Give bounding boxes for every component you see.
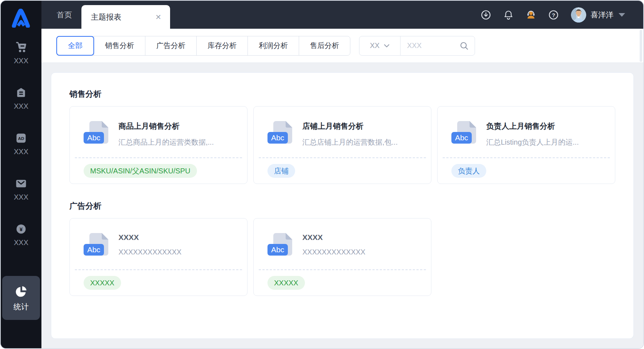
section-ad-analysis: 广告分析 Abc [69,201,615,296]
sidebar: XXX XXX AD XXX [1,1,41,348]
card-title: XXXX [302,233,365,242]
report-doc-icon: Abc [84,121,109,145]
filter-bar: 全部 销售分析 广告分析 库存分析 利润分析 售后分析 XX [41,29,643,63]
card-footer: XXXXX [259,269,426,296]
content-area: 销售分析 Abc [41,63,643,348]
download-icon[interactable] [481,10,491,20]
card-description: XXXXXXXXXXXXX [302,248,365,256]
bell-icon[interactable] [503,10,514,20]
card-description: 汇总店铺上月的运营数据,包... [302,137,398,147]
pie-icon [15,285,28,298]
card-footer: 负责人 [443,157,610,184]
svg-text:Abc: Abc [455,133,468,142]
card-title: 商品上月销售分析 [118,121,214,131]
cart-icon [15,41,28,54]
report-card-ad-placeholder-1[interactable]: Abc XXXX XXXXXXXXXXXXX XXXXX [69,218,247,296]
svg-text:¥: ¥ [20,226,23,232]
report-doc-icon: Abc [267,121,293,145]
category-tab-group: 全部 销售分析 广告分析 库存分析 利润分析 售后分析 [56,36,350,56]
reports-panel: 销售分析 Abc [51,72,634,339]
search-icon[interactable] [458,41,475,51]
help-icon[interactable]: ? [548,10,559,20]
dimension-tag: XXXXX [84,276,121,290]
svg-text:Abc: Abc [271,133,284,142]
dimension-tag: MSKU/ASIN/父ASIN/SKU/SPU [84,164,197,178]
tab-ad-analysis[interactable]: 广告分析 [145,36,196,55]
svg-text:Abc: Abc [271,245,284,254]
mail-icon [15,177,28,190]
tab-profit-analysis[interactable]: 利润分析 [247,36,299,55]
tab-label: 主题报表 [91,12,121,22]
svg-text:Abc: Abc [87,133,100,142]
card-grid: Abc 商品上月销售分析 汇总商品上月的运营类数据,... MSKU/ASIN/… [69,106,615,184]
report-card-product-monthly-sales[interactable]: Abc 商品上月销售分析 汇总商品上月的运营类数据,... MSKU/ASIN/… [69,106,247,184]
header-actions: ? [481,1,643,29]
user-name: 喜洋洋 [591,10,613,20]
section-title: 销售分析 [69,89,615,100]
app-logo-icon[interactable] [11,9,32,28]
sidebar-item-label: XXX [14,57,28,65]
search-input[interactable] [401,41,458,50]
card-description: XXXXXXXXXXXXX [118,248,181,256]
sidebar-item-label: XXX [14,102,28,111]
sidebar-item-statistics-active[interactable]: 统计 [2,276,40,320]
card-footer: XXXXX [75,269,242,296]
card-footer: MSKU/ASIN/父ASIN/SKU/SPU [75,157,242,184]
sidebar-menu: XXX XXX AD XXX [1,41,41,247]
search-control: XX [359,36,475,56]
dimension-tag: 负责人 [451,164,486,178]
tab-home[interactable]: 首页 [47,1,81,29]
chevron-down-icon [384,44,390,48]
sidebar-item-messages[interactable]: XXX [14,177,28,201]
card-description: 汇总Listing负责人上月的运... [486,137,579,147]
svg-text:AD: AD [18,136,24,141]
box-icon [15,86,28,99]
user-menu[interactable]: 喜洋洋 [571,7,625,23]
sidebar-item-label: XXX [14,148,28,156]
main-area: 首页 主题报表 ✕ [41,1,643,348]
search-type-dropdown[interactable]: XX [359,41,400,50]
sidebar-item-label: XXX [14,193,28,201]
tab-all[interactable]: 全部 [56,36,94,56]
card-title: 负责人上月销售分析 [486,121,579,131]
sidebar-item-label: XXX [14,238,28,247]
section-sales-analysis: 销售分析 Abc [69,89,615,184]
svg-text:Abc: Abc [87,245,100,254]
sidebar-item-label: 统计 [13,302,29,312]
app-window: XXX XXX AD XXX [0,0,644,349]
sidebar-item-inventory[interactable]: XXX [14,86,28,111]
card-title: 店铺上月销售分析 [302,121,398,131]
svg-text:?: ? [552,12,555,18]
ad-icon: AD [15,132,28,145]
yen-icon: ¥ [15,222,28,236]
card-grid: Abc XXXX XXXXXXXXXXXXX XXXXX [69,218,615,296]
dimension-tag: XXXXX [267,276,305,290]
tab-theme-reports[interactable]: 主题报表 ✕ [81,5,170,29]
report-doc-icon: Abc [451,121,477,145]
close-icon[interactable]: ✕ [155,13,161,21]
support-headset-icon[interactable] [526,10,536,20]
user-avatar [571,7,586,23]
card-footer: 店铺 [259,157,426,184]
top-header: 首页 主题报表 ✕ [41,1,643,29]
tab-aftersale-analysis[interactable]: 售后分析 [299,36,350,55]
report-card-store-monthly-sales[interactable]: Abc 店铺上月销售分析 汇总店铺上月的运营数据,包... 店铺 [253,106,431,184]
tab-sales-analysis[interactable]: 销售分析 [94,36,145,55]
tab-inventory-analysis[interactable]: 库存分析 [196,36,247,55]
report-card-manager-monthly-sales[interactable]: Abc 负责人上月销售分析 汇总Listing负责人上月的运... 负责人 [437,106,615,184]
sidebar-item-orders[interactable]: XXX [14,41,28,65]
scrollbar[interactable] [640,30,642,62]
report-card-ad-placeholder-2[interactable]: Abc XXXX XXXXXXXXXXXXX XXXXX [253,218,431,296]
report-doc-icon: Abc [267,233,293,257]
report-doc-icon: Abc [84,233,109,257]
chevron-down-icon [619,13,625,17]
dimension-tag: 店铺 [267,164,295,178]
section-title: 广告分析 [69,201,615,212]
card-title: XXXX [118,233,181,242]
sidebar-item-finance[interactable]: ¥ XXX [14,222,28,247]
card-description: 汇总商品上月的运营类数据,... [118,137,214,147]
sidebar-item-advertising[interactable]: AD XXX [14,132,28,156]
